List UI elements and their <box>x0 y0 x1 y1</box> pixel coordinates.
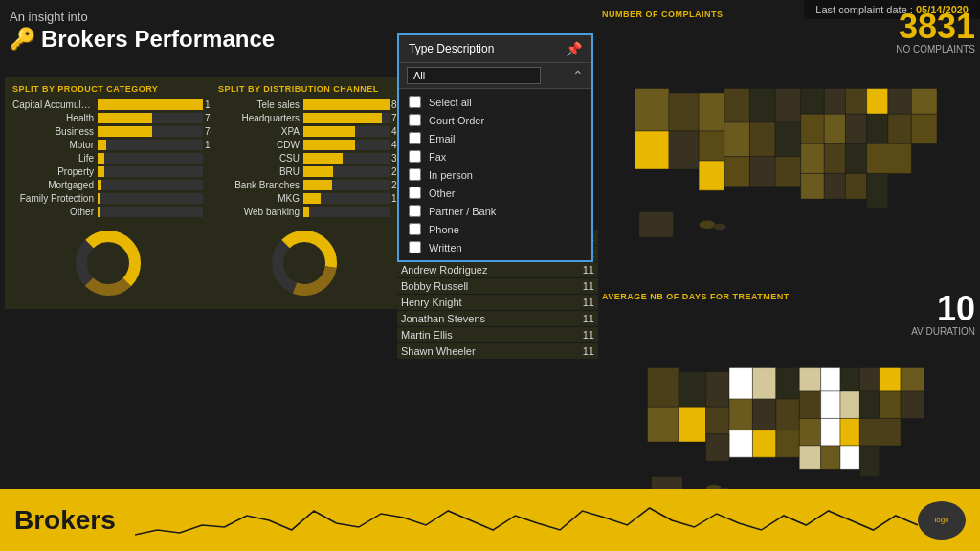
dropdown-item[interactable]: Partner / Bank <box>399 202 591 220</box>
broker-value: 11 <box>583 329 594 341</box>
svg-rect-77 <box>799 446 820 469</box>
svg-rect-72 <box>799 418 820 445</box>
complaints-label: NO COMPLAINTS <box>896 44 975 55</box>
dropdown-item-label: In person <box>429 169 473 181</box>
dropdown-item[interactable]: Written <box>399 238 591 256</box>
svg-rect-26 <box>911 89 937 115</box>
svg-point-44 <box>714 223 726 230</box>
dropdown-search-row: ⌃ <box>399 63 591 89</box>
dropdown-item[interactable]: Email <box>399 129 591 147</box>
header-title-text: Brokers Performance <box>41 26 275 53</box>
svg-rect-39 <box>824 173 845 199</box>
table-row: Jonathan Stevens11 <box>397 311 598 326</box>
broker-name: Andrew Rodriguez <box>401 264 488 276</box>
dropdown-checkbox[interactable] <box>409 241 421 253</box>
middle-panel: SPLIT BY DISTRIBUTION CHANNEL Tele sales… <box>211 77 397 309</box>
complaints-map <box>602 55 975 250</box>
bar-fill <box>98 99 203 110</box>
bar-fill <box>98 180 101 190</box>
pin-icon[interactable]: 📌 <box>566 41 582 56</box>
bar-label: Web banking <box>218 207 300 217</box>
left-bar-row: Health 758 <box>12 113 203 123</box>
svg-rect-58 <box>752 430 775 457</box>
svg-rect-46 <box>679 372 705 408</box>
dropdown-checkbox[interactable] <box>409 150 421 163</box>
svg-rect-65 <box>901 368 924 391</box>
dropdown-item[interactable]: Select all <box>399 93 591 111</box>
bar-container: 1446 <box>98 99 203 110</box>
svg-rect-30 <box>867 114 888 143</box>
bar-container: 758 <box>303 113 390 123</box>
svg-rect-20 <box>775 157 801 187</box>
table-row: Bobby Russell11 <box>397 278 598 294</box>
middle-bar-row: Web banking <box>218 207 390 217</box>
svg-rect-21 <box>801 89 824 115</box>
dropdown-title: Type Description <box>409 42 494 55</box>
broker-value: 11 <box>583 297 594 308</box>
svg-rect-34 <box>824 143 845 173</box>
header-subtitle: An insight into <box>10 10 297 24</box>
svg-rect-8 <box>635 131 669 169</box>
dropdown-checkbox[interactable] <box>409 205 421 217</box>
dropdown-checkbox[interactable] <box>409 132 421 144</box>
svg-rect-53 <box>776 368 799 400</box>
svg-rect-56 <box>776 399 799 430</box>
dropdown-item[interactable]: Fax <box>399 147 591 165</box>
bar-container: 758 <box>98 113 203 123</box>
dropdown-checkbox[interactable] <box>409 187 421 199</box>
svg-rect-75 <box>859 418 901 445</box>
dropdown-item-label: Phone <box>429 224 459 235</box>
header-title: 🔑 Brokers Performance <box>10 26 297 53</box>
chevron-up-icon[interactable]: ⌃ <box>572 68 584 83</box>
left-bar-row: Mortgaged <box>12 180 203 190</box>
dropdown-item-label: Other <box>429 187 456 199</box>
dropdown-checkbox[interactable] <box>409 168 421 181</box>
svg-rect-70 <box>880 391 901 418</box>
dropdown-item[interactable]: Phone <box>399 220 591 238</box>
avg-label: AV DURATION <box>911 326 975 337</box>
bar-label: Other <box>12 207 94 217</box>
dropdown-checkbox[interactable] <box>409 223 421 235</box>
dropdown-item[interactable]: Court Order <box>399 111 591 129</box>
dropdown-item-label: Email <box>429 133 456 144</box>
bar-container: 168 <box>303 193 390 204</box>
svg-rect-61 <box>821 368 840 391</box>
svg-rect-15 <box>724 122 750 157</box>
svg-rect-32 <box>911 114 937 143</box>
svg-rect-14 <box>775 89 801 123</box>
complaints-header: NUMBER OF COMPLAINTS 3831 NO COMPLAINTS <box>602 10 975 55</box>
svg-rect-17 <box>775 122 801 157</box>
bar-label: Property <box>12 166 94 177</box>
middle-bar-row: BRU 281 <box>218 166 390 177</box>
svg-rect-7 <box>669 93 699 131</box>
svg-rect-57 <box>729 430 752 457</box>
bar-label: Business <box>12 126 94 137</box>
svg-rect-35 <box>845 143 866 173</box>
dropdown-checkbox[interactable] <box>409 96 421 108</box>
svg-rect-42 <box>639 211 674 237</box>
dropdown-checkbox[interactable] <box>409 114 421 126</box>
avg-map <box>602 337 975 508</box>
bar-container: 497 <box>303 126 390 137</box>
bar-fill <box>303 99 390 110</box>
dropdown-item-label: Partner / Bank <box>429 206 496 217</box>
dropdown-item[interactable]: In person <box>399 165 591 184</box>
table-row: Martin Ellis11 <box>397 327 598 342</box>
svg-rect-78 <box>821 446 840 469</box>
svg-rect-64 <box>880 368 901 391</box>
table-row: Andrew Rodriguez11 <box>397 262 598 277</box>
svg-rect-23 <box>845 89 866 115</box>
bar-fill <box>303 193 321 204</box>
dropdown-item[interactable]: Other <box>399 184 591 202</box>
left-bar-row: Capital Accumulati... 1446 <box>12 99 203 110</box>
complaints-count: 3831 <box>896 10 975 44</box>
svg-rect-25 <box>888 89 911 115</box>
bar-container <box>303 207 390 217</box>
svg-rect-22 <box>824 89 845 115</box>
middle-bar-row: CSU 380 <box>218 153 390 164</box>
left-bar-row: Property <box>12 166 203 177</box>
bar-fill <box>303 113 382 123</box>
svg-rect-47 <box>648 407 679 442</box>
svg-rect-60 <box>799 368 820 391</box>
dropdown-search-input[interactable] <box>407 67 541 84</box>
